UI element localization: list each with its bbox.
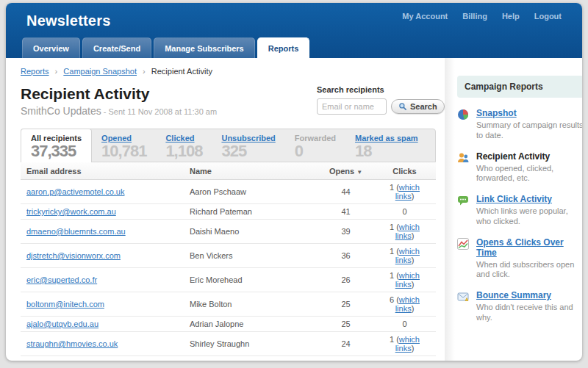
logout-link[interactable]: Logout: [534, 12, 562, 21]
which-links-link[interactable]: which links: [395, 271, 420, 289]
search-input[interactable]: [317, 98, 387, 115]
clicks-cell: 1which links: [373, 268, 436, 292]
recipient-name: Shirley Straughn: [184, 332, 318, 356]
tab-create-send[interactable]: Create/Send: [82, 37, 151, 58]
clicks-cell: 1which links: [373, 220, 436, 244]
which-links-link[interactable]: which links: [395, 295, 420, 313]
stat-value: 0: [295, 143, 336, 159]
pie-chart-icon: [457, 108, 476, 141]
recipient-name: Daishi Maeno: [184, 220, 318, 244]
recipient-email-link[interactable]: djstretch@visionworx.com: [26, 251, 121, 260]
search-label: Search recipients: [317, 85, 436, 94]
stat-tab-marked-as-spam[interactable]: Marked as spam 18: [345, 129, 428, 162]
breadcrumb-campaign-snapshot[interactable]: Campaign Snapshot: [63, 67, 137, 76]
my-account-link[interactable]: My Account: [402, 12, 448, 21]
opens-count: 23: [318, 356, 373, 361]
which-links-link[interactable]: which links: [395, 223, 420, 240]
sidebar-item-recipient-activity: Recipient Activity Who opened, clicked, …: [457, 151, 582, 184]
recipient-name: Mike Bolton: [184, 292, 318, 317]
stats-tabs: All recipients 37,335 Opened 10,781 Clic…: [21, 129, 436, 162]
recipients-table: Email address Name Opens ▼ Clicks aaron.…: [21, 162, 436, 361]
stat-tab-unsubscribed[interactable]: Unsubscribed 325: [212, 129, 284, 162]
recipient-email-link[interactable]: dmaeno@bluemnts.com.au: [26, 227, 126, 236]
help-link[interactable]: Help: [502, 12, 520, 21]
sidebar-item-bounce-summary: Bounce Summary Who didn't receive this a…: [457, 290, 582, 323]
opens-count: 24: [318, 332, 373, 356]
tab-manage-subscribers[interactable]: Manage Subscribers: [154, 37, 255, 58]
stat-tab-opened[interactable]: Opened 10,781: [92, 129, 156, 162]
opens-count: 36: [318, 244, 373, 268]
opens-count: 25: [318, 292, 373, 317]
table-row: aaron.p@activemotel.co.uk Aaron Pschaaw …: [21, 180, 436, 204]
clicks-cell: 1which links: [373, 244, 436, 268]
people-icon: [457, 151, 476, 184]
tab-overview[interactable]: Overview: [22, 37, 80, 58]
opens-count: 25: [318, 317, 373, 332]
line-chart-icon: [457, 237, 476, 281]
stat-tab-forwarded: Forwarded 0: [285, 129, 345, 162]
report-description: Summary of campaign results to date.: [476, 120, 582, 141]
which-links-link[interactable]: which links: [395, 247, 420, 264]
opens-clicks-over-time-link[interactable]: Opens & Clicks Over Time: [476, 237, 582, 258]
stat-tab-clicked[interactable]: Clicked 1,108: [156, 129, 212, 162]
which-links-link[interactable]: which links: [395, 183, 420, 201]
recipient-name: Richard Pateman: [184, 204, 318, 220]
sidebar-item-snapshot: Snapshot Summary of campaign results to …: [457, 108, 582, 141]
recipient-name: Adrian Jalopne: [184, 317, 318, 332]
stat-tab-all-recipients[interactable]: All recipients 37,335: [21, 129, 92, 162]
which-links-link[interactable]: which links: [395, 335, 420, 353]
report-description: Who didn't receive this and why.: [476, 303, 582, 323]
link-click-activity-link[interactable]: Link Click Activity: [476, 194, 552, 204]
recipient-email-link[interactable]: straughn@hmovies.co.uk: [26, 339, 118, 348]
breadcrumb-reports[interactable]: Reports: [21, 67, 49, 76]
clicks-cell: 0which links: [373, 317, 436, 332]
column-header-name: Name: [184, 162, 318, 180]
clicks-cell: 1which links: [373, 180, 436, 204]
opens-count: 44: [318, 180, 373, 204]
envelope-icon: [457, 290, 476, 323]
breadcrumb-separator: ›: [55, 67, 58, 76]
recipient-email-link[interactable]: aaron.p@activemotel.co.uk: [26, 187, 124, 196]
table-row: djstretch@visionworx.com Ben Vickers 36 …: [21, 244, 436, 268]
snapshot-link[interactable]: Snapshot: [476, 108, 517, 118]
sort-desc-icon: ▼: [356, 169, 362, 176]
app-header: Newsletters My Account Billing Help Logo…: [6, 3, 582, 58]
table-row: trickyricky@work.com.au Richard Pateman …: [21, 204, 436, 220]
recipient-email-link[interactable]: ajalo@utqvb.edu.au: [26, 320, 98, 328]
opens-count: 26: [318, 268, 373, 292]
recipient-email-link[interactable]: trickyricky@work.com.au: [26, 207, 116, 216]
table-row: hrg@primatech.com Noah Bennett 23 1which…: [21, 356, 436, 361]
table-row: boltonm@initech.com Mike Bolton 25 6whic…: [21, 292, 436, 317]
bounce-summary-link[interactable]: Bounce Summary: [476, 290, 551, 300]
page-title: Recipient Activity: [21, 85, 217, 103]
stat-value: 1,108: [165, 143, 202, 159]
recipient-name: Aaron Pschaaw: [184, 180, 318, 204]
column-header-opens[interactable]: Opens ▼: [318, 162, 373, 180]
magnifier-icon: [398, 102, 407, 111]
table-row: ajalo@utqvb.edu.au Adrian Jalopne 25 0wh…: [21, 317, 436, 332]
campaign-subtitle: SmithCo Updates - Sent 11 Nov 2008 at 11…: [21, 105, 217, 117]
billing-link[interactable]: Billing: [462, 12, 487, 21]
breadcrumb-current: Recipient Activity: [151, 67, 212, 76]
column-header-clicks[interactable]: Clicks: [373, 162, 436, 180]
clicks-cell: 1which links: [373, 332, 436, 356]
search-button[interactable]: Search: [391, 99, 445, 114]
sidebar-item-link-click-activity: Link Click Activity Which links were pop…: [457, 194, 582, 227]
recipient-email-link[interactable]: boltonm@initech.com: [26, 300, 104, 309]
table-row: eric@superted.co.fr Eric Morehead 26 1wh…: [21, 268, 436, 292]
app-window: Newsletters My Account Billing Help Logo…: [6, 3, 582, 361]
account-nav: My Account Billing Help Logout: [402, 12, 562, 21]
opens-count: 39: [318, 220, 373, 244]
clicks-cell: 0which links: [373, 204, 436, 220]
stat-value: 325: [221, 143, 275, 159]
stat-value: 37,335: [31, 143, 82, 159]
column-header-email: Email address: [21, 162, 184, 180]
stat-value: 18: [355, 143, 418, 159]
tab-reports[interactable]: Reports: [257, 37, 310, 58]
recipient-name: Noah Bennett: [184, 356, 318, 361]
which-links-link[interactable]: which links: [395, 359, 420, 361]
sidebar-item-opens-clicks-over-time: Opens & Clicks Over Time When did subscr…: [457, 237, 582, 281]
recipient-email-link[interactable]: eric@superted.co.fr: [26, 275, 97, 284]
table-row: straughn@hmovies.co.uk Shirley Straughn …: [21, 332, 436, 356]
report-description: When did subscribers open and click.: [476, 260, 582, 281]
